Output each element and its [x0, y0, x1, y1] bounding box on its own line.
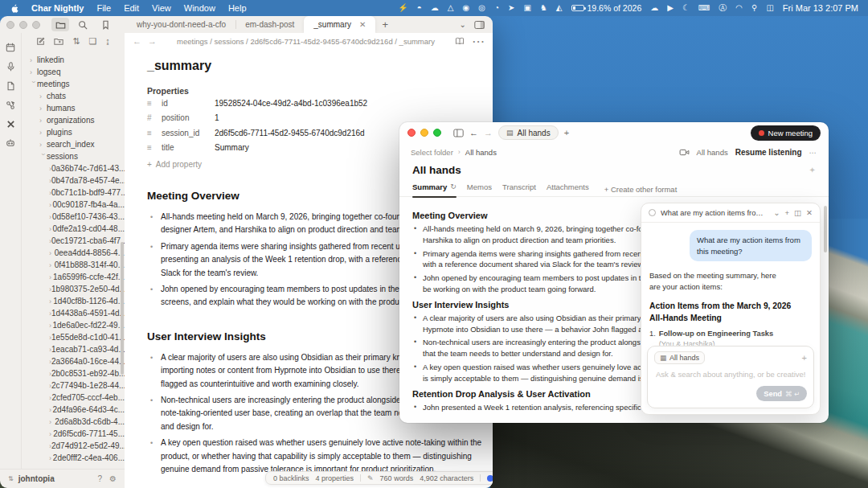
tab-em-dash-post[interactable]: em-dash-post [235, 16, 304, 33]
content-scrollbar[interactable] [824, 206, 827, 252]
bot-icon[interactable] [6, 138, 15, 147]
tree-session-item[interactable]: ›1b980375-2e50-4d... [27, 283, 125, 295]
tree-session-item[interactable]: ›0eea4dd4-8856-4... [27, 247, 125, 259]
x-close-icon[interactable] [6, 120, 15, 129]
property-name[interactable]: position [162, 113, 215, 122]
right-sidebar-toggle-icon[interactable] [474, 20, 485, 30]
tree-folder-meetings[interactable]: ›meetings [27, 78, 125, 90]
status-icon[interactable]: ▣ [523, 4, 530, 12]
property-name[interactable]: title [162, 143, 215, 152]
properties-count[interactable]: 4 properties [316, 474, 354, 482]
property-name[interactable]: session_id [162, 129, 215, 137]
menubar-clock[interactable]: Fri Mar 13 2:07 PM [783, 3, 858, 13]
menubar-menu-item[interactable]: File [96, 3, 111, 13]
new-tab-button[interactable]: + [375, 18, 395, 31]
more-options-icon[interactable]: ⋯ [472, 34, 485, 49]
tree-session-item[interactable]: ›2cfed705-cccf-4eb... [27, 392, 125, 404]
tab-attachments[interactable]: Attachments [547, 182, 589, 197]
tree-session-item[interactable]: ›1e55de8d-c1d0-41... [27, 331, 125, 343]
back-icon[interactable]: ← [133, 36, 141, 46]
tree-session-item[interactable]: ›2d6a8b3d-c6db-4... [27, 416, 125, 428]
add-context-icon[interactable]: + [802, 353, 807, 363]
status-icon[interactable]: ◭ [556, 4, 563, 12]
tree-session-item[interactable]: ›0d58ef10-7436-43... [27, 211, 125, 223]
tree-folder-humans[interactable]: ›humans [27, 102, 125, 114]
chat-title[interactable]: What are my action items from this meet.… [661, 209, 769, 217]
help-icon[interactable]: ? [97, 474, 102, 483]
tree-folder-organizations[interactable]: ›organizations [27, 114, 125, 126]
property-row[interactable]: ≡ id 19528524-04ce-49d2-a4bd-1c0396ea1b5… [147, 96, 493, 111]
backlinks-count[interactable]: 0 backlinks [273, 474, 309, 482]
status-icon[interactable]: ☁ [431, 4, 439, 12]
sort-icon[interactable]: ⇅ [72, 36, 80, 47]
sidebar-scrollbar[interactable] [121, 242, 124, 375]
sync-status-icon[interactable] [487, 475, 493, 482]
property-name[interactable]: id [162, 99, 215, 108]
tab-summary[interactable]: Summary ↻ [412, 182, 457, 197]
vault-switcher[interactable]: ⇅ johntopia ? ⚙ [0, 469, 125, 488]
status-icon[interactable]: ◠ [735, 4, 743, 12]
minimize-window-button[interactable] [420, 129, 428, 137]
reading-view-icon[interactable] [455, 37, 465, 45]
apple-menu-icon[interactable] [10, 3, 18, 14]
close-window-button[interactable] [6, 21, 14, 29]
close-tab-icon[interactable]: ✕ [359, 20, 366, 29]
new-meeting-button[interactable]: New meeting [751, 125, 821, 141]
context-chip[interactable]: ▦ All hands [654, 351, 705, 364]
expand-panel-icon[interactable]: ◫ [794, 208, 801, 217]
status-icon[interactable]: ⚡ [398, 4, 407, 12]
back-icon[interactable]: ← [469, 128, 478, 137]
new-tab-icon[interactable]: + [564, 128, 569, 137]
property-value[interactable]: 1 [215, 113, 219, 122]
tab-summary-active[interactable]: _summary ✕ [304, 16, 375, 33]
tree-folder-linkedin[interactable]: ›linkedin [27, 54, 125, 66]
menubar-menu-item[interactable]: Help [228, 3, 247, 13]
property-value[interactable]: Summary [215, 143, 249, 152]
layout-icon[interactable]: ❏ [88, 36, 96, 47]
status-icon[interactable]: △ [448, 4, 454, 12]
new-note-icon[interactable] [36, 37, 45, 46]
status-icon[interactable]: ◎ [478, 4, 485, 12]
close-chat-icon[interactable]: ✕ [806, 208, 813, 217]
status-icon[interactable]: ◫ [766, 4, 773, 12]
battery-indicator[interactable]: 19.6% of 2026 [571, 3, 642, 13]
edit-pencil-icon[interactable]: ✎ [367, 474, 374, 482]
property-value[interactable]: 19528524-04ce-49d2-a4bd-1c0396ea1b52 [215, 99, 367, 108]
note-title[interactable]: _summary [147, 59, 493, 73]
tree-session-item[interactable]: ›1eacab71-ca93-4d... [27, 343, 125, 355]
tree-session-item[interactable]: ›1de6a0ec-fd22-49... [27, 319, 125, 331]
status-icon[interactable]: Ⓐ [719, 4, 727, 12]
resume-listening-button[interactable]: Resume listening [735, 148, 802, 157]
more-options-icon[interactable]: ⋯ [809, 148, 818, 157]
tree-folder-logseq[interactable]: ›logseq [27, 66, 125, 78]
files-view-icon[interactable] [51, 18, 69, 31]
tree-folder-chats[interactable]: ›chats [27, 90, 125, 102]
meeting-title[interactable]: All hands [412, 164, 461, 176]
tree-folder-search-index[interactable]: ›search_index [27, 138, 125, 150]
status-icon[interactable]: ⚲ [751, 4, 757, 12]
bookmark-icon[interactable] [96, 18, 114, 31]
tree-session-item[interactable]: ›00c90187-fb4a-4a... [27, 199, 125, 211]
status-icon[interactable]: ➤ [508, 4, 514, 12]
meeting-tab[interactable]: ▤ All hands [498, 125, 559, 140]
create-other-format-button[interactable]: + Create other format [604, 185, 678, 194]
new-chat-icon[interactable]: + [784, 208, 789, 217]
status-icon[interactable]: ☾ [682, 4, 690, 12]
tab-transcript[interactable]: Transcript [502, 182, 536, 197]
settings-gear-icon[interactable]: ⚙ [109, 474, 117, 483]
refresh-icon[interactable]: ↻ [450, 182, 457, 191]
property-value[interactable]: 2d6f5cd6-7711-45d2-9455-6740dc9d216d [215, 129, 365, 137]
breadcrumb[interactable]: meetings / sessions / 2d6f5cd6-7711-45d2… [163, 37, 448, 46]
tab-memos[interactable]: Memos [467, 182, 492, 197]
sparkle-icon[interactable]: ✦ [809, 166, 816, 174]
tree-session-item[interactable]: ›0bc71c1b-bdf9-477... [27, 187, 125, 199]
tree-session-item[interactable]: ›0b47da78-e457-4e... [27, 174, 125, 187]
tree-session-item[interactable]: ›0f41b888-314f-40... [27, 259, 125, 271]
tree-session-item[interactable]: ›0ec19721-cba6-4f7... [27, 235, 125, 247]
menubar-menu-item[interactable]: View [152, 3, 171, 13]
new-folder-icon[interactable] [54, 37, 63, 46]
status-icon[interactable]: ▶ [667, 4, 674, 12]
document-icon[interactable] [6, 81, 15, 91]
tree-session-item[interactable]: ›1d4438a6-4591-4d... [27, 307, 125, 319]
tree-session-item[interactable]: ›1d40cf8b-1126-4d... [27, 295, 125, 307]
